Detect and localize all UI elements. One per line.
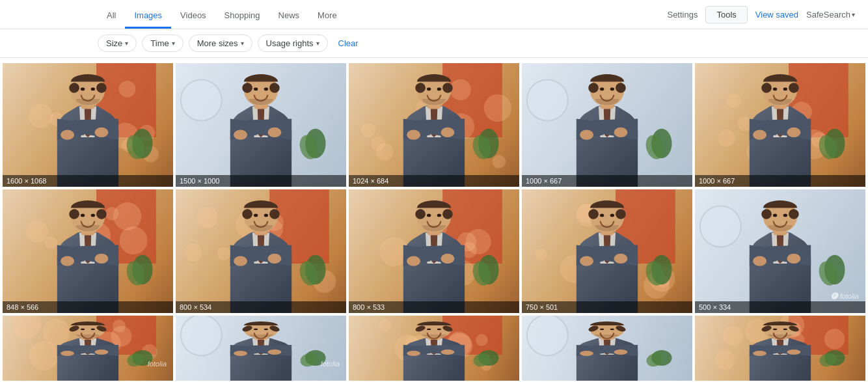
tab-images[interactable]: Images <box>125 5 171 29</box>
list-item[interactable] <box>522 316 692 381</box>
more-sizes-filter[interactable]: More sizes ▾ <box>189 34 252 52</box>
tab-videos[interactable]: Videos <box>171 5 215 29</box>
list-item[interactable]: 800 × 534 <box>176 189 346 313</box>
watermark-label: fotolia <box>148 360 167 368</box>
list-item[interactable]: 1500 × 1000 <box>176 63 346 187</box>
image-canvas-9 <box>522 189 692 313</box>
chevron-down-icon: ▾ <box>172 40 175 47</box>
image-canvas-3 <box>349 63 519 187</box>
safe-search-menu[interactable]: SafeSearch ▾ <box>806 10 855 20</box>
image-row-2: 848 × 566 800 × 534 800 × 533 750 × 501 … <box>0 189 868 313</box>
image-size-label: 1600 × 1068 <box>3 175 173 187</box>
list-item[interactable]: 750 × 501 <box>522 189 692 313</box>
list-item[interactable]: fotolia <box>3 316 173 381</box>
tab-all[interactable]: All <box>98 5 125 29</box>
list-item[interactable]: 800 × 533 <box>349 189 519 313</box>
image-row-1: 1600 × 1068 1500 × 1000 1024 × 684 1000 … <box>0 63 868 187</box>
image-size-label: 1500 × 1000 <box>176 175 346 187</box>
image-canvas-7 <box>176 189 346 313</box>
chevron-down-icon: ▾ <box>241 40 244 47</box>
clear-button[interactable]: Clear <box>333 35 364 51</box>
nav-tabs: All Images Videos Shopping News More <box>98 5 346 29</box>
list-item[interactable]: 1024 × 684 <box>349 63 519 187</box>
watermark-label: 🅕 fotolia <box>831 292 859 300</box>
image-size-label: 800 × 534 <box>176 301 346 313</box>
chevron-down-icon: ▾ <box>852 11 855 18</box>
image-grid: 1600 × 1068 1500 × 1000 1024 × 684 1000 … <box>0 58 868 381</box>
list-item[interactable]: 1000 × 667 <box>695 63 865 187</box>
list-item[interactable]: 1600 × 1068 <box>3 63 173 187</box>
top-nav-bar: All Images Videos Shopping News More Set… <box>0 0 868 29</box>
list-item[interactable] <box>349 316 519 381</box>
image-size-label: 1024 × 684 <box>349 175 519 187</box>
usage-rights-filter[interactable]: Usage rights ▾ <box>258 34 328 52</box>
image-canvas-15 <box>695 316 865 381</box>
tab-shopping[interactable]: Shopping <box>215 5 269 29</box>
tools-button[interactable]: Tools <box>705 6 747 23</box>
list-item[interactable]: 848 × 566 <box>3 189 173 313</box>
image-canvas-13 <box>349 316 519 381</box>
image-size-label: 1000 × 667 <box>695 175 865 187</box>
image-canvas-12 <box>176 316 346 381</box>
image-size-label: 750 × 501 <box>522 301 692 313</box>
image-canvas-6 <box>3 189 173 313</box>
image-canvas-2 <box>176 63 346 187</box>
filter-bar: Size ▾ Time ▾ More sizes ▾ Usage rights … <box>0 29 868 58</box>
image-canvas-11 <box>3 316 173 381</box>
list-item[interactable]: 1000 × 667 <box>522 63 692 187</box>
image-size-label: 800 × 533 <box>349 301 519 313</box>
chevron-down-icon: ▾ <box>125 40 128 47</box>
view-saved-link[interactable]: View saved <box>755 10 798 20</box>
list-item[interactable] <box>695 316 865 381</box>
time-filter[interactable]: Time ▾ <box>142 34 183 52</box>
image-size-label: 500 × 334 <box>695 301 865 313</box>
image-canvas-1 <box>3 63 173 187</box>
top-right-actions: Settings Tools View saved SafeSearch ▾ <box>667 6 868 29</box>
image-size-label: 1000 × 667 <box>522 175 692 187</box>
tab-more[interactable]: More <box>308 5 346 29</box>
list-item[interactable]: fotolia <box>176 316 346 381</box>
image-canvas-14 <box>522 316 692 381</box>
list-item[interactable]: 500 × 334 🅕 fotolia <box>695 189 865 313</box>
image-size-label: 848 × 566 <box>3 301 173 313</box>
image-row-3: fotolia fotolia <box>0 316 868 381</box>
tab-news[interactable]: News <box>269 5 309 29</box>
settings-link[interactable]: Settings <box>667 10 698 20</box>
image-canvas-8 <box>349 189 519 313</box>
size-filter[interactable]: Size ▾ <box>98 34 137 52</box>
watermark-label: fotolia <box>321 360 340 368</box>
chevron-down-icon: ▾ <box>316 40 319 47</box>
image-canvas-4 <box>522 63 692 187</box>
image-canvas-5 <box>695 63 865 187</box>
